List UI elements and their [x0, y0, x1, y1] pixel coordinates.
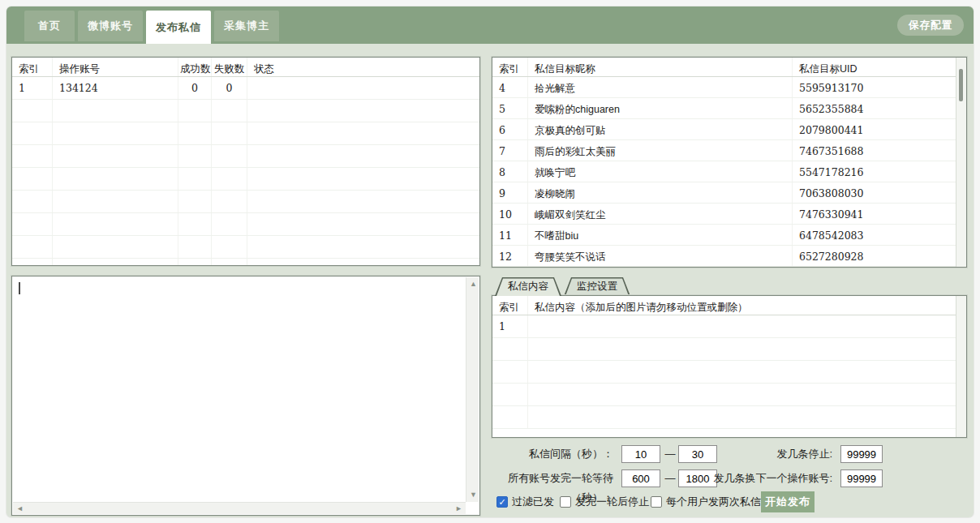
cell: 9 — [492, 182, 528, 203]
table-row[interactable] — [492, 338, 956, 361]
checkbox-unchecked-icon[interactable] — [651, 496, 662, 508]
table-row[interactable]: 8就唤宁吧5547178216 — [492, 161, 956, 182]
start-publish-button[interactable]: 开始发布 — [761, 491, 815, 512]
table-row[interactable] — [12, 213, 479, 236]
checkbox-checked-icon[interactable]: ✓ — [496, 496, 508, 508]
save-config-button[interactable]: 保存配置 — [897, 15, 964, 36]
table-row[interactable]: 5爱嗦粉的chiguaren5652355884 — [492, 98, 956, 119]
tab-首页[interactable]: 首页 — [24, 11, 75, 41]
table-row[interactable]: 11不嗜甜biu6478542083 — [492, 225, 956, 246]
top-tab-bar: 首页微博账号发布私信采集博主 保存配置 — [6, 6, 974, 44]
cell: 1 — [12, 77, 53, 99]
message-content-scrollbar[interactable] — [956, 296, 966, 437]
interval-min-input[interactable] — [621, 445, 660, 463]
text-caret — [19, 282, 20, 294]
cell — [12, 100, 53, 122]
cell — [178, 122, 212, 144]
tab-采集博主[interactable]: 采集博主 — [214, 11, 279, 41]
scroll-up-icon[interactable]: ▲ — [470, 281, 477, 288]
compose-vertical-scrollbar[interactable]: ▲ ▼ — [466, 277, 479, 502]
table-header-row: 索引操作账号成功数失败数状态 — [12, 58, 479, 77]
table-row[interactable] — [12, 259, 479, 265]
table-row[interactable]: 9凌柳晓闹7063808030 — [492, 182, 956, 204]
cell: 拾光解意 — [528, 77, 793, 97]
options-row: ✓过滤已发发完一轮后停止每个用户发两次私信 开始发布 — [492, 491, 967, 514]
round-wait-min-input[interactable] — [621, 469, 660, 487]
cell: 5595913170 — [793, 77, 956, 97]
table-row[interactable] — [12, 100, 479, 122]
cell — [528, 361, 956, 383]
table-row[interactable]: 7雨后的彩虹太美丽7467351688 — [492, 140, 956, 161]
message-content-table: 索引私信内容（添加后的图片请勿移动位置或删除）1 — [492, 295, 967, 438]
checkbox-unchecked-icon[interactable] — [560, 496, 571, 508]
scroll-down-icon[interactable]: ▼ — [470, 491, 477, 499]
cell: 京极真的创可贴 — [528, 119, 793, 139]
checkbox-发完一轮后停止[interactable]: 发完一轮后停止 — [560, 495, 649, 509]
table-row[interactable]: 6京极真的创可贴2079800441 — [492, 119, 956, 140]
table-row[interactable] — [12, 122, 479, 145]
message-targets-table: 索引私信目标昵称私信目标UID4拾光解意55959131705爱嗦粉的chigu… — [492, 57, 967, 268]
scroll-right-icon[interactable]: ► — [455, 505, 462, 512]
cell: 失败数 — [212, 58, 247, 76]
cell: 峨嵋双剑笑红尘 — [528, 204, 793, 224]
switch-account-input[interactable] — [840, 469, 883, 487]
table-row[interactable] — [492, 384, 956, 406]
cell — [212, 191, 247, 212]
table-row[interactable]: 12弯腰笑笑不说话6527280928 — [492, 246, 956, 267]
compose-horizontal-scrollbar[interactable]: ◄ ► — [13, 502, 466, 514]
cell: 6478542083 — [793, 225, 956, 245]
table-row[interactable]: 1 — [492, 315, 956, 338]
cell — [247, 213, 479, 235]
targets-scrollbar-thumb[interactable] — [959, 69, 963, 101]
cell: 5 — [492, 98, 528, 118]
table-header-row: 索引私信目标昵称私信目标UID — [492, 58, 956, 77]
table-row[interactable]: 10峨嵋双剑笑红尘7476330941 — [492, 204, 956, 225]
cell — [178, 191, 212, 212]
compose-textarea[interactable] — [14, 278, 465, 501]
operation-accounts-grid: 索引操作账号成功数失败数状态113412400 — [12, 58, 479, 265]
cell: 弯腰笑笑不说话 — [528, 246, 793, 266]
scroll-left-icon[interactable]: ◄ — [16, 505, 24, 512]
table-row[interactable]: 113412400 — [12, 77, 479, 100]
table-row[interactable] — [12, 191, 479, 213]
message-panel-tabs: 私信内容监控设置 — [495, 277, 633, 296]
cell: 私信目标昵称 — [528, 58, 793, 76]
cell: 7063808030 — [793, 182, 956, 203]
checkbox-每个用户发两次私信[interactable]: 每个用户发两次私信 — [651, 495, 761, 509]
table-row[interactable] — [492, 361, 956, 384]
cell: 12 — [492, 246, 528, 266]
round-wait-settings-row: 所有账号发完一轮等待（秒）： — 发几条换下一个操作账号: — [492, 469, 967, 488]
app-window: 首页微博账号发布私信采集博主 保存配置 索引操作账号成功数失败数状态113412… — [6, 6, 974, 517]
cell: 10 — [492, 204, 528, 224]
cell — [528, 406, 956, 428]
table-row[interactable] — [12, 236, 479, 259]
targets-scrollbar[interactable] — [956, 58, 966, 267]
stop-count-input[interactable] — [840, 445, 883, 463]
tab-微博账号[interactable]: 微博账号 — [78, 11, 143, 41]
cell: 7 — [492, 140, 528, 161]
cell — [492, 406, 528, 428]
table-row[interactable] — [12, 168, 479, 191]
cell — [12, 236, 53, 258]
cell — [12, 168, 53, 190]
cell: 雨后的彩虹太美丽 — [528, 140, 793, 161]
message-content-grid: 索引私信内容（添加后的图片请勿移动位置或删除）1 — [492, 296, 956, 437]
cell — [247, 168, 479, 190]
cell: 凌柳晓闹 — [528, 182, 793, 203]
cell — [492, 338, 528, 360]
table-row[interactable]: 4拾光解意5595913170 — [492, 77, 956, 98]
table-row[interactable] — [492, 406, 956, 429]
checkbox-label: 每个用户发两次私信 — [666, 495, 761, 509]
tab-监控设置[interactable]: 监控设置 — [564, 277, 630, 296]
checkbox-过滤已发[interactable]: ✓过滤已发 — [496, 495, 554, 509]
cell: 4 — [492, 77, 528, 97]
table-row[interactable] — [12, 145, 479, 168]
cell — [247, 145, 479, 167]
cell: 7476330941 — [793, 204, 956, 224]
interval-label: 私信间隔（秒）： — [492, 444, 613, 464]
tab-私信内容[interactable]: 私信内容 — [495, 277, 561, 296]
tab-发布私信[interactable]: 发布私信 — [146, 11, 211, 44]
cell: 索引 — [12, 58, 53, 76]
cell — [178, 236, 212, 258]
cell — [53, 168, 178, 190]
